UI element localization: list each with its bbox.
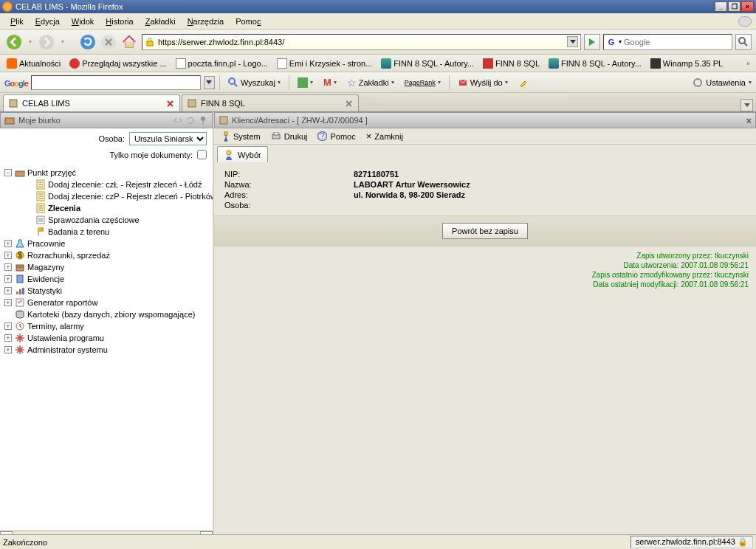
pin-icon[interactable] bbox=[198, 115, 208, 125]
svg-rect-31 bbox=[224, 132, 227, 135]
bookmark-item[interactable]: Winamp 5.35 PL bbox=[647, 58, 726, 69]
menu-edit[interactable]: Edycja bbox=[30, 15, 66, 27]
back-button[interactable] bbox=[4, 32, 24, 52]
browser-tab[interactable]: FINN 8 SQL bbox=[182, 94, 359, 111]
tree-item[interactable]: +Generator raportów bbox=[1, 297, 211, 308]
tree-node-icon bbox=[14, 321, 25, 331]
bookmark-item[interactable]: Przeglądaj wszystkie ... bbox=[66, 58, 170, 69]
bookmark-item[interactable]: FINN 8 SQL - Autory... bbox=[545, 58, 645, 69]
tree-expand-icon[interactable]: + bbox=[4, 334, 12, 342]
field-value: ul. Norwida 8, 98-200 Sieradz bbox=[354, 190, 465, 199]
tree-expand-icon[interactable]: + bbox=[4, 263, 12, 271]
tree-expand-icon[interactable]: + bbox=[4, 346, 12, 353]
search-input[interactable] bbox=[624, 38, 729, 46]
url-dropdown[interactable] bbox=[567, 36, 578, 47]
close-panel-button[interactable]: × bbox=[746, 115, 752, 126]
tree-item[interactable]: +Terminy, alarmy bbox=[1, 320, 211, 332]
menu-system[interactable]: System bbox=[218, 131, 264, 142]
refresh-tree-icon[interactable] bbox=[185, 115, 196, 125]
bookmark-item[interactable]: poczta.finn.pl - Logo... bbox=[172, 58, 272, 69]
url-bar[interactable] bbox=[142, 34, 581, 50]
menu-bookmarks[interactable]: Zakładki bbox=[140, 15, 182, 27]
tab-close-button[interactable] bbox=[343, 98, 354, 108]
bookmark-icon bbox=[381, 58, 391, 69]
search-submit[interactable] bbox=[735, 34, 752, 50]
tree-item[interactable]: +Pracownie bbox=[1, 238, 211, 249]
tree-item[interactable]: +$Rozrachunki, sprzedaż bbox=[1, 249, 211, 261]
bookmark-item[interactable]: Aktualności bbox=[3, 58, 64, 69]
menu-print[interactable]: Drukuj bbox=[267, 132, 312, 141]
back-dropdown[interactable]: ▾ bbox=[27, 34, 34, 50]
home-button[interactable] bbox=[120, 32, 139, 52]
bookmark-icon bbox=[650, 58, 661, 69]
bookmarks-overflow[interactable]: » bbox=[743, 60, 753, 67]
menu-file[interactable]: Plik bbox=[4, 15, 30, 27]
tree-item[interactable]: Dodaj zlecenie: czŁ - Rejestr zleceń - Ł… bbox=[1, 179, 211, 190]
google-news-button[interactable]: ▾ bbox=[294, 75, 317, 91]
tree-item[interactable]: +Magazyny bbox=[1, 261, 211, 273]
status-host: serwer.zhwlodz.finn.pl:8443 🔒 bbox=[630, 536, 753, 548]
osoba-select[interactable]: Urszula Siniarska bbox=[129, 132, 207, 145]
svg-rect-7 bbox=[298, 77, 308, 88]
google-pagerank[interactable]: PageRank▾ bbox=[401, 75, 444, 91]
google-highlight-button[interactable] bbox=[515, 75, 532, 91]
close-window-button[interactable]: × bbox=[741, 1, 754, 12]
menu-close[interactable]: ×Zamknij bbox=[362, 131, 407, 142]
tab-close-button[interactable] bbox=[165, 98, 175, 108]
tree-item[interactable]: −Punkt przyjęć bbox=[1, 167, 211, 179]
tylko-checkbox[interactable] bbox=[197, 150, 207, 159]
search-bar[interactable]: G▾ bbox=[603, 34, 732, 50]
go-button[interactable] bbox=[584, 34, 600, 50]
bookmark-icon bbox=[277, 58, 287, 69]
client-form: NIP:8271180751Nazwa:LABOART Artur Wewers… bbox=[214, 162, 756, 215]
google-search-dropdown[interactable] bbox=[204, 76, 215, 89]
tree-item[interactable]: Badania z terenu bbox=[1, 226, 211, 238]
svg-rect-33 bbox=[274, 132, 278, 135]
restore-button[interactable]: ❐ bbox=[728, 1, 740, 12]
tree-item[interactable]: +Administrator systemu bbox=[1, 344, 211, 356]
bookmark-item[interactable]: Emi i Krzysiek - stron... bbox=[273, 58, 376, 69]
browser-tab[interactable]: CELAB LIMS bbox=[3, 94, 180, 111]
tree-item[interactable]: Dodaj zlecenie: czP - Rejestr zleceń - P… bbox=[1, 190, 211, 202]
url-input[interactable] bbox=[158, 38, 564, 46]
tree-item[interactable]: +Ewidencje bbox=[1, 273, 211, 285]
bookmark-item[interactable]: FINN 8 SQL - Autory... bbox=[377, 58, 478, 69]
field-label: Osoba: bbox=[224, 201, 354, 210]
tree-item-label: Ewidencje bbox=[27, 274, 64, 283]
google-search-button[interactable]: Wyszukaj▾ bbox=[224, 75, 284, 91]
tab-favicon bbox=[187, 98, 197, 108]
minimize-button[interactable]: _ bbox=[715, 1, 727, 12]
menu-tools[interactable]: Narzędzia bbox=[182, 15, 230, 27]
menu-help[interactable]: Pomoc bbox=[230, 15, 267, 27]
tree-expand-icon[interactable]: + bbox=[4, 252, 12, 259]
google-search-input[interactable] bbox=[31, 75, 201, 90]
tree-expand-icon[interactable]: + bbox=[4, 287, 12, 294]
tree-node-icon bbox=[35, 227, 46, 237]
google-send-button[interactable]: Wyślij do▾ bbox=[454, 75, 512, 91]
reload-button[interactable] bbox=[78, 32, 97, 52]
return-button[interactable]: Powrót bez zapisu bbox=[442, 223, 528, 239]
menu-view[interactable]: Widok bbox=[66, 15, 100, 27]
tabs-dropdown[interactable] bbox=[740, 99, 753, 111]
google-settings-button[interactable]: Ustawienia bbox=[706, 78, 746, 87]
google-gmail-button[interactable]: M▾ bbox=[320, 75, 340, 91]
tree-item[interactable]: Zlecenia bbox=[1, 202, 211, 214]
tab-wybor[interactable]: Wybór bbox=[217, 146, 268, 162]
bookmark-icon bbox=[176, 58, 186, 69]
tree-expand-icon[interactable]: − bbox=[4, 169, 12, 176]
google-bookmarks-button[interactable]: ☆Zakładki▾ bbox=[343, 75, 398, 91]
tree-item[interactable]: Sprawozdania częściowe bbox=[1, 214, 211, 226]
tree-item[interactable]: Kartoteki (bazy danych, zbiory wspomagaj… bbox=[1, 308, 211, 320]
tree-expand-icon[interactable]: + bbox=[4, 299, 12, 306]
tree-item[interactable]: +Ustawienia programu bbox=[1, 332, 211, 344]
tree-item[interactable]: +Statystyki bbox=[1, 285, 211, 297]
menu-help[interactable]: ?Pomoc bbox=[314, 131, 359, 141]
tree-expand-icon[interactable]: + bbox=[4, 275, 12, 283]
svg-rect-13 bbox=[16, 171, 24, 176]
tree-expand-icon[interactable]: + bbox=[4, 322, 12, 330]
bookmark-item[interactable]: FINN 8 SQL bbox=[479, 58, 543, 69]
menu-history[interactable]: Historia bbox=[100, 15, 139, 27]
collapse-icon[interactable] bbox=[173, 115, 183, 125]
tree-expand-icon[interactable]: + bbox=[4, 240, 12, 247]
browser-menubar: Plik Edycja Widok Historia Zakładki Narz… bbox=[0, 13, 756, 30]
